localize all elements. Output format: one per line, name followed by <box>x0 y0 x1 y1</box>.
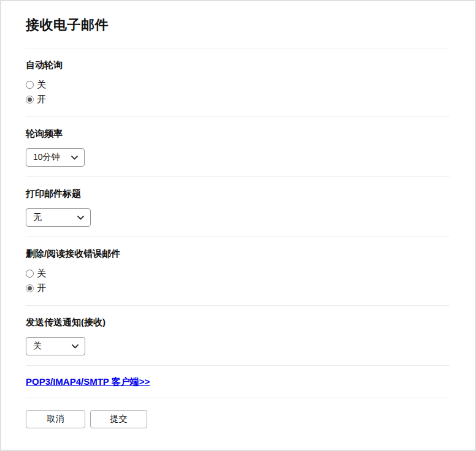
field-auto-polling: 自动轮询 关 开 <box>26 48 450 116</box>
chevron-down-icon <box>77 216 84 220</box>
delivery-notification-select[interactable]: 关 <box>26 337 85 355</box>
radio-unchecked-icon[interactable] <box>26 81 34 89</box>
polling-frequency-select[interactable]: 10分钟 <box>26 148 85 167</box>
chevron-down-icon <box>72 344 79 349</box>
select-value: 10分钟 <box>33 152 60 163</box>
field-delete-read-error-mail: 删除/阅读接收错误邮件 关 开 <box>26 237 450 305</box>
radio-option-label: 关 <box>37 268 46 279</box>
content-area: 接收电子邮件 自动轮询 关 开 轮询频率 10分钟 <box>1 1 475 428</box>
submit-button[interactable]: 提交 <box>90 410 147 428</box>
radio-checked-icon[interactable] <box>26 96 34 104</box>
auto-polling-label: 自动轮询 <box>26 59 450 71</box>
pop3-imap4-smtp-client-link[interactable]: POP3/IMAP4/SMTP 客户端>> <box>26 376 150 387</box>
page-title: 接收电子邮件 <box>26 1 450 48</box>
auto-polling-option-off[interactable]: 关 <box>26 77 450 92</box>
radio-option-label: 开 <box>37 282 46 294</box>
delete-read-error-mail-label: 删除/阅读接收错误邮件 <box>26 248 450 260</box>
delete-read-error-mail-option-off[interactable]: 关 <box>26 266 450 281</box>
select-value: 无 <box>33 212 42 223</box>
radio-unchecked-icon[interactable] <box>26 270 34 278</box>
field-polling-frequency: 轮询频率 10分钟 <box>26 116 450 176</box>
delete-read-error-mail-option-on[interactable]: 开 <box>26 281 450 295</box>
cancel-button[interactable]: 取消 <box>26 410 85 428</box>
chevron-down-icon <box>71 156 78 160</box>
radio-checked-icon[interactable] <box>26 284 34 292</box>
delivery-notification-label: 发送传送通知(接收) <box>26 317 450 328</box>
radio-option-label: 开 <box>37 94 46 105</box>
link-row: POP3/IMAP4/SMTP 客户端>> <box>26 365 450 398</box>
auto-polling-option-on[interactable]: 开 <box>26 92 450 107</box>
polling-frequency-label: 轮询频率 <box>26 128 450 140</box>
settings-page: 接收电子邮件 自动轮询 关 开 轮询频率 10分钟 <box>0 0 476 451</box>
select-value: 关 <box>33 341 42 352</box>
form-actions: 取消 提交 <box>26 398 450 428</box>
radio-option-label: 关 <box>37 79 46 91</box>
print-mail-header-label: 打印邮件标题 <box>26 188 450 200</box>
print-mail-header-select[interactable]: 无 <box>26 208 91 227</box>
field-delivery-notification: 发送传送通知(接收) 关 <box>26 305 450 365</box>
field-print-mail-header: 打印邮件标题 无 <box>26 176 450 237</box>
